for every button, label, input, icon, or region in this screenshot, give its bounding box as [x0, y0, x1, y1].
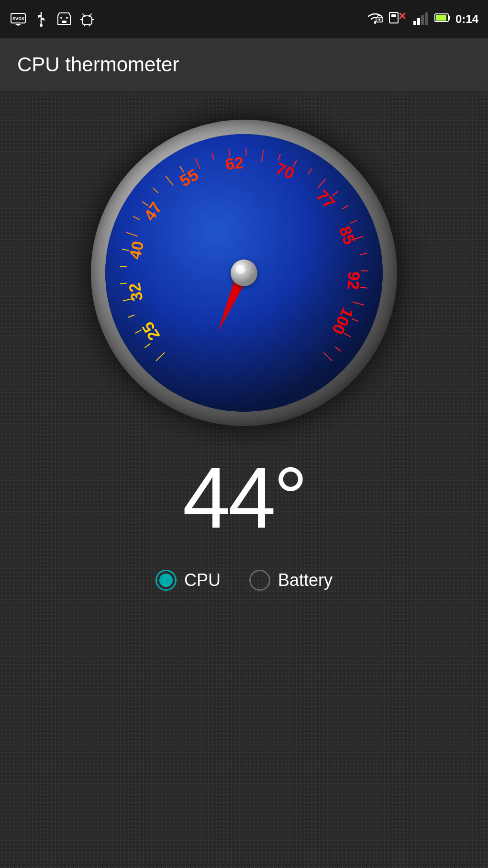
gauge-svg: 25 32 40 47 55 62 70 77 85 [105, 134, 383, 412]
gauge-outer-ring: 25 32 40 47 55 62 70 77 85 [91, 120, 397, 426]
status-bar: svox [0, 0, 488, 38]
status-icons-right: 0:14 [366, 11, 478, 28]
usb2-icon [55, 11, 73, 28]
svg-rect-26 [413, 21, 416, 25]
signal-bars-icon [413, 11, 430, 28]
svg-point-9 [60, 17, 62, 19]
status-icons-left: svox [10, 11, 96, 28]
svg-rect-11 [62, 21, 67, 23]
svg-rect-27 [417, 18, 420, 25]
temp-unit: ° [274, 450, 306, 546]
svg-rect-29 [425, 12, 428, 25]
svg-rect-23 [391, 14, 396, 17]
temp-number: 44 [182, 450, 273, 546]
gauge-face: 25 32 40 47 55 62 70 77 85 [105, 134, 383, 412]
gauge-container: 25 32 40 47 55 62 70 77 85 [0, 91, 488, 426]
svg-text:32: 32 [125, 282, 146, 303]
svox-icon: svox [10, 11, 27, 28]
svg-text:svox: svox [12, 15, 25, 21]
svg-text:62: 62 [224, 153, 244, 173]
svg-line-40 [120, 266, 127, 267]
temp-display: 44° [0, 455, 488, 541]
title-bar: CPU thermometer [0, 38, 488, 91]
svg-text:40: 40 [126, 239, 147, 261]
usb-icon [33, 11, 50, 28]
svg-text:92: 92 [344, 271, 364, 290]
cpu-radio-inner [159, 574, 173, 587]
svg-line-39 [120, 283, 127, 283]
cpu-label: CPU [184, 570, 221, 590]
svg-point-83 [236, 265, 245, 274]
app-title: CPU thermometer [17, 53, 179, 76]
battery-radio-button[interactable] [249, 570, 270, 591]
battery-icon [434, 12, 451, 26]
cpu-mode-option[interactable]: CPU [155, 570, 221, 591]
battery-mode-option[interactable]: Battery [249, 570, 333, 591]
main-content: 25 32 40 47 55 62 70 77 85 [0, 91, 488, 591]
status-time: 0:14 [455, 12, 478, 26]
sim-icon [388, 11, 409, 28]
svg-rect-28 [421, 15, 424, 25]
svg-rect-32 [448, 16, 450, 20]
battery-label: Battery [278, 570, 333, 590]
android-icon [78, 11, 96, 28]
wifi-icon [366, 11, 384, 28]
svg-rect-22 [389, 12, 398, 23]
cpu-radio-button[interactable] [155, 570, 177, 591]
temperature-value: 44° [182, 455, 305, 541]
svg-point-6 [40, 24, 43, 27]
svg-marker-2 [15, 24, 22, 26]
svg-point-21 [378, 19, 380, 21]
mode-selector: CPU Battery [0, 570, 488, 591]
svg-point-10 [66, 17, 68, 19]
